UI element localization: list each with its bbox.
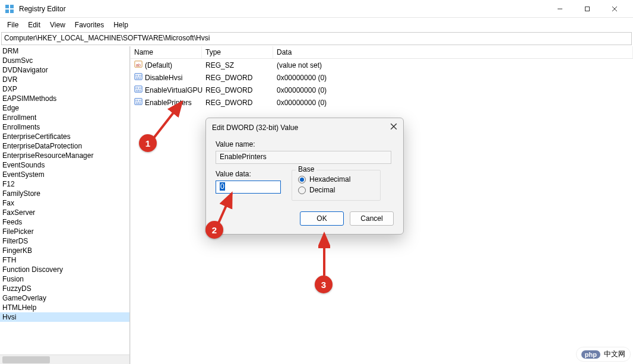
svg-rect-2 (5, 10, 9, 13)
value-name: EnablePrinters (145, 99, 192, 107)
tree-node-enrollments[interactable]: Enrollments (0, 122, 129, 132)
close-button[interactable] (601, 0, 628, 18)
cancel-button[interactable]: Cancel (350, 211, 394, 226)
value-data: 0x00000000 (0) (273, 84, 633, 96)
radio-decimal[interactable]: Decimal (298, 185, 374, 195)
tree-node-htmlhelp[interactable]: HTMLHelp (0, 303, 129, 312)
value-name-label: Value name: (216, 140, 394, 148)
tree-node-fax[interactable]: Fax (0, 198, 129, 208)
window-title: Registry Editor (19, 5, 546, 13)
string-value-icon: ab (134, 60, 143, 70)
annotation-badge-2: 2 (205, 221, 223, 239)
tree-node-enterprisecertificates[interactable]: EnterpriseCertificates (0, 132, 129, 141)
value-name: DisableHvsi (145, 74, 182, 82)
tree-node-fth[interactable]: FTH (0, 255, 129, 265)
menu-edit[interactable]: Edit (23, 19, 45, 31)
value-data: 0x00000000 (0) (273, 96, 633, 109)
tree-node-function-discovery[interactable]: Function Discovery (0, 265, 129, 274)
radio-hex-icon (298, 176, 306, 183)
value-name-field[interactable]: EnablePrinters (216, 151, 391, 164)
dword-value-icon: 01101001 (134, 97, 143, 107)
app-icon (5, 4, 14, 14)
base-group: Base Hexadecimal Decimal (292, 170, 381, 201)
tree-node-eventsystem[interactable]: EventSystem (0, 170, 129, 179)
tree-node-fusion[interactable]: Fusion (0, 274, 129, 284)
value-name: EnableVirtualGPU (145, 86, 202, 94)
address-bar[interactable]: Computer\HKEY_LOCAL_MACHINE\SOFTWARE\Mic… (1, 32, 632, 45)
radio-dec-label: Decimal (309, 186, 335, 194)
menu-file[interactable]: File (2, 19, 23, 31)
tree-node-dvdnavigator[interactable]: DVDNavigator (0, 65, 129, 75)
maximize-button[interactable] (574, 0, 601, 18)
value-type: REG_DWORD (202, 84, 273, 96)
tree-node-fuzzyds[interactable]: FuzzyDS (0, 284, 129, 293)
tree-node-fingerkb[interactable]: FingerKB (0, 246, 129, 255)
tree-node-drm[interactable]: DRM (0, 46, 129, 56)
col-header-name[interactable]: Name (131, 46, 202, 58)
watermark-text: 中文网 (604, 349, 625, 359)
dialog-title: Edit DWORD (32-bit) Value (212, 124, 390, 132)
tree-node-filterds[interactable]: FilterDS (0, 236, 129, 246)
tree-pane[interactable]: DRMDusmSvcDVDNavigatorDVRDXPEAPSIMMethod… (0, 46, 130, 364)
menu-favorites[interactable]: Favorites (70, 19, 109, 31)
annotation-badge-3: 3 (315, 276, 333, 293)
svg-rect-5 (585, 7, 590, 11)
col-header-type[interactable]: Type (202, 46, 273, 58)
menu-bar: File Edit View Favorites Help (0, 18, 633, 32)
tree-node-enrollment[interactable]: Enrollment (0, 113, 129, 122)
tree-node-eapsimmethods[interactable]: EAPSIMMethods (0, 94, 129, 103)
radio-dec-icon (298, 186, 306, 194)
value-row[interactable]: 01101001EnableVirtualGPUREG_DWORD0x00000… (131, 84, 633, 96)
window-titlebar: Registry Editor (0, 0, 633, 18)
value-type: REG_DWORD (202, 96, 273, 109)
value-row[interactable]: 01101001DisableHvsiREG_DWORD0x00000000 (… (131, 71, 633, 84)
minimize-button[interactable] (546, 0, 574, 18)
tree-node-hvsi[interactable]: Hvsi (0, 312, 129, 322)
value-type: REG_SZ (202, 59, 273, 71)
menu-help[interactable]: Help (109, 19, 133, 31)
tree-node-faxserver[interactable]: FaxServer (0, 208, 129, 217)
svg-rect-3 (10, 10, 14, 13)
svg-text:ab: ab (136, 63, 141, 67)
value-data: 0x00000000 (0) (273, 71, 633, 84)
watermark: php 中文网 (576, 347, 631, 362)
tree-node-enterpriseresourcemanager[interactable]: EnterpriseResourceManager (0, 151, 129, 160)
dword-value-icon: 01101001 (134, 72, 143, 83)
tree-node-eventsounds[interactable]: EventSounds (0, 160, 129, 170)
base-group-label: Base (296, 165, 316, 173)
value-row[interactable]: 01101001EnablePrintersREG_DWORD0x0000000… (131, 96, 633, 109)
edit-dword-dialog: Edit DWORD (32-bit) Value Value name: En… (205, 118, 404, 235)
tree-node-dxp[interactable]: DXP (0, 84, 129, 94)
radio-hex-label: Hexadecimal (309, 175, 350, 183)
annotation-badge-1: 1 (139, 134, 157, 152)
value-data-label: Value data: (216, 170, 281, 178)
dword-value-icon: 01101001 (134, 85, 143, 95)
value-data-field[interactable]: 0 (216, 181, 281, 194)
tree-node-feeds[interactable]: Feeds (0, 217, 129, 227)
dialog-titlebar[interactable]: Edit DWORD (32-bit) Value (206, 118, 403, 137)
tree-node-edge[interactable]: Edge (0, 103, 129, 113)
col-header-data[interactable]: Data (273, 46, 633, 58)
value-row[interactable]: ab(Default)REG_SZ(value not set) (131, 59, 633, 71)
svg-text:1001: 1001 (135, 102, 141, 105)
tree-node-enterprisedataprotection[interactable]: EnterpriseDataProtection (0, 141, 129, 151)
tree-node-dusmsvc[interactable]: DusmSvc (0, 56, 129, 65)
watermark-pill: php (581, 350, 600, 359)
window-controls (546, 0, 628, 18)
menu-view[interactable]: View (45, 19, 70, 31)
tree-node-familystore[interactable]: FamilyStore (0, 189, 129, 198)
values-header: Name Type Data (131, 46, 633, 59)
svg-text:1001: 1001 (135, 77, 141, 80)
tree-hscrollbar[interactable] (0, 354, 129, 364)
tree-node-dvr[interactable]: DVR (0, 75, 129, 84)
tree-node-f12[interactable]: F12 (0, 179, 129, 189)
svg-rect-1 (10, 5, 14, 8)
value-type: REG_DWORD (202, 71, 273, 84)
value-data: (value not set) (273, 59, 633, 71)
svg-rect-0 (5, 5, 9, 8)
dialog-close-icon[interactable] (390, 123, 397, 132)
radio-hexadecimal[interactable]: Hexadecimal (298, 174, 374, 185)
tree-node-gameoverlay[interactable]: GameOverlay (0, 293, 129, 303)
tree-node-filepicker[interactable]: FilePicker (0, 227, 129, 236)
ok-button[interactable]: OK (300, 211, 344, 226)
